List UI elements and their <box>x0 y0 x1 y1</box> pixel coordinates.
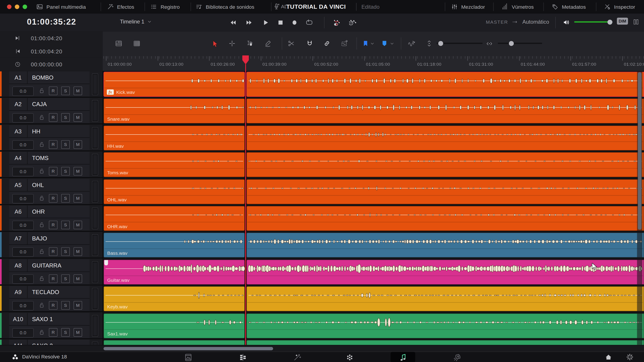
horizontal-scrollbar[interactable] <box>0 345 644 352</box>
mute-button[interactable]: M <box>74 301 82 310</box>
menu-item-mezclador[interactable]: Mezclador <box>451 0 485 14</box>
record-arm-button[interactable]: R <box>49 247 58 256</box>
page-fairlight-button[interactable] <box>391 352 415 362</box>
mute-button[interactable]: M <box>74 140 82 149</box>
horizontal-scrollbar-thumb[interactable] <box>104 347 273 350</box>
timeline-ruler[interactable]: 01:00:00:0001:00:13:0001:00:26:0001:00:3… <box>103 55 644 71</box>
track-name-label[interactable]: HH <box>32 125 40 137</box>
record-arm-button[interactable]: R <box>49 86 58 95</box>
range-select-tool-button[interactable] <box>246 40 253 47</box>
in-point-timecode[interactable]: 01:00:04:20 <box>31 35 62 41</box>
window-minimize-button[interactable] <box>15 4 19 9</box>
record-arm-button[interactable]: R <box>49 113 58 122</box>
adr-label[interactable]: ADR <box>281 4 286 9</box>
settings-button[interactable] <box>626 353 634 361</box>
fx-badge[interactable]: fx <box>107 89 114 95</box>
lock-icon[interactable] <box>39 195 45 201</box>
marker-menu-button[interactable] <box>370 41 375 46</box>
trim-tool-button[interactable] <box>228 40 236 47</box>
track-view-layout-button[interactable] <box>115 40 122 47</box>
record-arm-button[interactable]: R <box>49 274 58 283</box>
solo-button[interactable]: S <box>61 194 70 203</box>
lock-icon[interactable] <box>39 221 45 228</box>
lock-icon[interactable] <box>39 168 45 174</box>
track-view-grid-button[interactable] <box>133 40 140 47</box>
mute-button[interactable]: M <box>74 86 82 95</box>
cut-button[interactable] <box>288 40 295 47</box>
horizontal-zoom-knob[interactable] <box>509 41 514 46</box>
lock-icon[interactable] <box>39 141 45 148</box>
solo-button[interactable]: S <box>61 86 70 95</box>
monitor-volume-knob[interactable] <box>608 19 612 24</box>
track-gain-field[interactable]: 0.0 <box>12 220 34 230</box>
menu-item-registro[interactable]: Registro <box>150 0 180 14</box>
pointer-tool-button[interactable] <box>210 40 218 48</box>
play-button[interactable] <box>262 19 270 26</box>
track-gain-field[interactable]: 0.0 <box>12 167 34 176</box>
lock-icon[interactable] <box>39 329 45 335</box>
vertical-scrollbar-thumb[interactable] <box>638 72 642 230</box>
track-name-label[interactable]: OHR <box>32 205 45 218</box>
solo-button[interactable]: S <box>61 113 70 122</box>
marker-button[interactable] <box>362 40 369 47</box>
solo-button[interactable]: S <box>61 301 70 310</box>
link-button[interactable] <box>323 40 331 47</box>
track-name-label[interactable]: SAXO 1 <box>32 313 53 325</box>
track-gain-field[interactable]: 0.0 <box>12 301 34 310</box>
menu-item-efectos[interactable]: Efectos <box>107 0 134 14</box>
menu-item-inspector[interactable]: Inspector <box>604 0 635 14</box>
track-gain-field[interactable]: 0.0 <box>12 113 34 123</box>
stop-button[interactable] <box>277 19 284 26</box>
page-fusion-button[interactable] <box>285 352 309 362</box>
clip-insert-button[interactable] <box>341 40 348 47</box>
vertical-zoom-button[interactable] <box>426 40 433 47</box>
loop-button[interactable] <box>306 19 313 26</box>
vertical-zoom-slider[interactable] <box>436 43 483 44</box>
panel-toggle-icon[interactable] <box>632 18 640 25</box>
track-name-label[interactable]: TOMS <box>32 152 48 164</box>
waveform-zoom-button[interactable] <box>408 40 416 48</box>
duration-timecode[interactable]: 00:00:00:00 <box>31 61 62 67</box>
track-gain-field[interactable]: 0.0 <box>12 274 34 284</box>
solo-button[interactable]: S <box>61 220 70 229</box>
page-deliver-button[interactable] <box>445 352 470 362</box>
adr-mic-icon[interactable] <box>273 3 280 10</box>
lock-icon[interactable] <box>39 275 45 282</box>
track-gain-field[interactable]: 0.0 <box>12 140 34 150</box>
mute-button[interactable]: M <box>74 220 82 229</box>
fast-forward-button[interactable] <box>246 19 253 26</box>
pencil-tool-button[interactable] <box>264 40 272 47</box>
solo-button[interactable]: S <box>61 247 70 256</box>
menu-item-metadatos[interactable]: Metadatos <box>552 0 586 14</box>
page-edit-button[interactable] <box>230 352 255 362</box>
snap-button[interactable] <box>306 40 313 47</box>
main-timecode[interactable]: 01:00:35:22 <box>24 17 79 27</box>
vertical-scrollbar[interactable] <box>637 71 642 345</box>
window-zoom-button[interactable] <box>22 4 27 9</box>
track-name-label[interactable]: TECLADO <box>32 286 59 298</box>
record-arm-button[interactable]: R <box>49 194 58 203</box>
mute-button[interactable]: M <box>74 194 82 203</box>
track-name-label[interactable]: BOMBO <box>32 71 54 84</box>
mute-button[interactable]: M <box>74 328 82 337</box>
automation-settings-button[interactable] <box>349 18 357 27</box>
page-media-button[interactable] <box>176 352 200 362</box>
horizontal-zoom-button[interactable] <box>486 40 493 47</box>
record-arm-button[interactable]: R <box>49 140 58 149</box>
out-point-timecode[interactable]: 01:00:04:20 <box>31 48 62 54</box>
rewind-button[interactable] <box>229 19 236 26</box>
solo-button[interactable]: S <box>61 274 70 283</box>
lock-icon[interactable] <box>39 114 45 120</box>
vertical-zoom-knob[interactable] <box>438 41 443 46</box>
automation-toggle-button[interactable] <box>333 18 341 27</box>
track-gain-field[interactable]: 0.0 <box>12 86 34 96</box>
mute-button[interactable]: M <box>74 113 82 122</box>
track-gain-field[interactable]: 0.0 <box>12 194 34 203</box>
solo-button[interactable]: S <box>61 167 70 176</box>
speaker-icon[interactable] <box>563 18 570 26</box>
clip-color-button[interactable] <box>381 40 388 47</box>
timeline-selector[interactable]: Timeline 1 <box>120 18 152 25</box>
mute-button[interactable]: M <box>74 274 82 283</box>
track-name-label[interactable]: OHL <box>32 179 44 191</box>
track-name-label[interactable]: SAXO 2 <box>32 340 53 345</box>
